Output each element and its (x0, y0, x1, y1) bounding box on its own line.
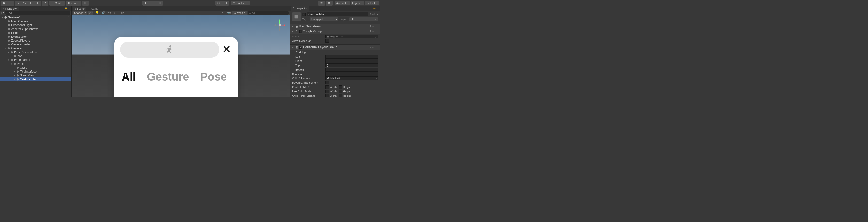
play-button[interactable] (143, 1, 149, 6)
gizmos-dropdown[interactable]: Gizmos (232, 11, 247, 15)
scene-foldout[interactable]: ▼ (1, 16, 4, 18)
padding-bottom-input[interactable] (326, 68, 378, 72)
hierarchy-item-titleinterface[interactable]: ▶TitleInterface (0, 70, 71, 74)
cloud-icon[interactable] (326, 1, 333, 6)
panel-menu-icon[interactable]: ⋮ (68, 7, 70, 9)
fold-icon[interactable]: ▶ (291, 25, 294, 28)
hierarchy-item-zepetoplayers[interactable]: ZepetoPlayers (0, 39, 71, 43)
collab-icon[interactable] (318, 1, 325, 6)
panel-lock-icon[interactable]: 🔒 (65, 7, 68, 9)
padding-left-input[interactable] (326, 54, 378, 59)
inspector-menu-icon[interactable]: ⋮ (376, 7, 379, 9)
layer-dropdown[interactable]: UI (349, 17, 378, 21)
hierarchy-item-gestureloader[interactable]: GestureLoader (0, 43, 71, 46)
expand-height-checkbox[interactable] (339, 94, 342, 97)
extra-btn-1[interactable] (215, 1, 222, 6)
game-tab[interactable]: ▸Game (87, 7, 100, 11)
scene-search[interactable]: All (248, 11, 289, 15)
rect-transform-header[interactable]: ▶ ▦ Rect Transform ?⎓⋮ (290, 24, 380, 29)
help-icon[interactable]: ? (370, 30, 371, 33)
child-alignment-dropdown[interactable]: Middle Left▾ (326, 76, 378, 80)
foldout-icon[interactable]: ▶ (13, 74, 16, 77)
pivot-center-toggle[interactable]: Center (50, 1, 65, 6)
foldout-icon[interactable]: ▼ (10, 63, 13, 65)
hierarchy-item-eventsystem[interactable]: EventSystem (0, 35, 71, 39)
layout-dropdown[interactable]: Default (365, 1, 379, 5)
hierarchy-item-scroll-view[interactable]: ▶Scroll View (0, 74, 71, 77)
hierarchy-item-zepetoscriptcontext[interactable]: ZepetoScriptContext (0, 27, 71, 31)
scale-width-checkbox[interactable] (326, 90, 329, 93)
expand-width-checkbox[interactable] (326, 94, 329, 97)
account-dropdown[interactable]: Account (335, 1, 350, 5)
hierarchy-item-directional-light[interactable]: Directional Light (0, 23, 71, 27)
scale-height-checkbox[interactable] (339, 90, 342, 93)
orientation-gizmo[interactable] (273, 19, 286, 31)
scene-view[interactable]: ✕ All Gesture Pose (72, 15, 290, 97)
hierarchy-item-panelparent[interactable]: ▼PanelParent (0, 58, 71, 62)
preset-icon[interactable]: ⎓ (372, 25, 374, 28)
padding-top-input[interactable] (326, 63, 378, 67)
component-enabled-checkbox[interactable]: ✓ (299, 30, 302, 33)
shading-dropdown[interactable]: Shaded (73, 11, 87, 15)
menu-icon[interactable]: ⋮ (376, 46, 378, 49)
menu-icon[interactable]: ⋮ (376, 25, 378, 28)
hierarchy-item-panel[interactable]: ▼Panel (0, 62, 71, 66)
static-dropdown[interactable]: ▾ (377, 13, 378, 15)
gameobject-name-input[interactable] (307, 12, 368, 16)
fold-icon[interactable]: ▼ (291, 31, 294, 33)
rect-tool[interactable] (28, 1, 35, 6)
component-enabled-checkbox[interactable]: ✓ (299, 46, 302, 49)
hierarchy-item-panelopenbutton[interactable]: ▼PanelOpenButton (0, 50, 71, 54)
foldout-icon[interactable]: ▶ (13, 71, 16, 73)
help-icon[interactable]: ? (370, 25, 371, 28)
publish-dropdown[interactable]: ▾ (247, 1, 250, 5)
help-icon[interactable]: ? (370, 46, 371, 49)
audio-toggle[interactable]: 🔊 (101, 11, 106, 15)
padding-right-input[interactable] (326, 59, 378, 63)
publish-button[interactable]: Publish ▾ (231, 1, 250, 5)
fold-icon[interactable]: ▼ (291, 46, 294, 48)
scene-panel-menu-icon[interactable]: ⋮ (286, 7, 289, 9)
control-width-checkbox[interactable] (326, 85, 329, 89)
hidden-toggle[interactable]: 👁0 (113, 11, 119, 15)
fx-toggle[interactable]: ✦▾ (107, 11, 113, 15)
layers-dropdown[interactable]: Layers (351, 1, 364, 5)
horizontal-layout-header[interactable]: ▼ ▥ ✓ Horizontal Layout Group ?⎓⋮ (290, 45, 380, 49)
move-tool[interactable] (8, 1, 14, 6)
menu-icon[interactable]: ⋮ (376, 30, 378, 33)
reverse-arrangement-checkbox[interactable] (326, 81, 329, 84)
snap-toggle[interactable] (82, 1, 89, 6)
scale-tool[interactable] (21, 1, 28, 6)
mode-2d-toggle[interactable]: 2D (88, 11, 93, 15)
hierarchy-item-main-camera[interactable]: Main Camera (0, 20, 71, 23)
inspector-lock-icon[interactable]: 🔒 (373, 7, 376, 9)
hierarchy-item-icon[interactable]: icon (0, 54, 71, 58)
preset-icon[interactable]: ⎓ (372, 46, 374, 49)
lighting-toggle[interactable]: 💡 (94, 11, 100, 15)
gameobject-icon[interactable] (292, 12, 301, 21)
hierarchy-item-gesture[interactable]: ▼Gesture (0, 46, 71, 50)
preset-icon[interactable]: ⎓ (372, 30, 374, 33)
hierarchy-tab[interactable]: ≡Hierarchy (1, 7, 19, 11)
tag-dropdown[interactable]: Untagged (310, 17, 338, 21)
tool-settings-icon[interactable]: ✕ (220, 11, 225, 15)
scene-options-icon[interactable]: ⋮ (67, 16, 70, 19)
extra-btn-2[interactable] (222, 1, 229, 6)
hierarchy-item-gesturetitle[interactable]: ▶GestureTitle (0, 77, 71, 81)
transform-tool[interactable] (35, 1, 42, 6)
step-button[interactable] (156, 1, 163, 6)
allow-switch-off-checkbox[interactable] (326, 39, 329, 43)
foldout-icon[interactable]: ▶ (13, 78, 16, 80)
hand-tool[interactable] (1, 1, 8, 6)
pause-button[interactable] (149, 1, 156, 6)
hierarchy-search[interactable]: All (5, 11, 70, 15)
hierarchy-item-plane[interactable]: Plane (0, 31, 71, 35)
scene-row[interactable]: ▼ Gesture* ⋮ (0, 15, 71, 20)
inspector-tab[interactable]: ⓘInspector (291, 6, 309, 11)
grid-toggle[interactable]: ⊞▾ (120, 11, 125, 15)
hierarchy-item-close[interactable]: Close (0, 66, 71, 70)
scene-tab[interactable]: #Scene (73, 7, 87, 11)
foldout-icon[interactable]: ▼ (7, 51, 10, 53)
active-checkbox[interactable]: ✓ (302, 12, 306, 16)
local-global-toggle[interactable]: Global (66, 1, 81, 6)
